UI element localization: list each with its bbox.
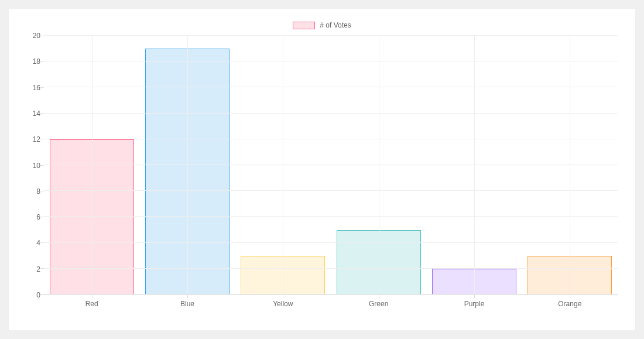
y-tick-label: 18 [33, 57, 40, 66]
y-tick-label: 16 [33, 84, 40, 92]
chart-container: # of Votes 02468101214161820 RedBlueYell… [9, 9, 635, 330]
legend-label: # of Votes [320, 21, 351, 29]
y-tick-label: 14 [33, 109, 40, 118]
x-tick-mark [283, 295, 283, 298]
gridline-horizontal [44, 216, 618, 217]
gridline-vertical [187, 36, 188, 295]
y-tick-mark [40, 36, 44, 36]
y-tick-label: 12 [33, 135, 40, 143]
gridline-horizontal [44, 165, 618, 165]
x-tick-mark [570, 295, 570, 298]
plot-area [44, 36, 618, 295]
bars-layer [44, 36, 618, 295]
plot-region: RedBlueYellowGreenPurpleOrange [44, 36, 618, 313]
x-tick-label: Blue [139, 300, 235, 308]
y-tick-mark [40, 165, 44, 166]
gridline-vertical [379, 36, 379, 295]
gridline-horizontal [44, 294, 618, 295]
x-tick-mark [187, 295, 188, 298]
y-tick-mark [40, 217, 44, 217]
gridline-horizontal [44, 190, 618, 191]
legend-item[interactable]: # of Votes [293, 21, 351, 29]
y-tick-label: 8 [36, 187, 40, 196]
y-tick-label: 2 [36, 265, 40, 273]
y-tick-label: 10 [33, 162, 40, 170]
plot-wrap: 02468101214161820 RedBlueYellowGreenPurp… [26, 36, 618, 313]
gridline-horizontal [44, 61, 618, 61]
chart-legend[interactable]: # of Votes [26, 19, 618, 31]
gridline-horizontal [44, 139, 618, 139]
legend-swatch [293, 22, 315, 29]
x-axis: RedBlueYellowGreenPurpleOrange [44, 295, 618, 313]
x-tick-label: Red [44, 300, 139, 308]
gridline-horizontal [44, 87, 618, 87]
y-tick-mark [40, 61, 44, 62]
y-tick-mark [40, 191, 44, 191]
y-tick-label: 6 [36, 213, 40, 221]
x-tick-label: Purple [426, 300, 522, 308]
gridline-vertical [570, 36, 570, 295]
gridline-vertical [283, 36, 283, 295]
x-tick-mark [92, 295, 93, 298]
gridline-vertical [92, 36, 93, 295]
gridline-horizontal [44, 113, 618, 114]
gridline-horizontal [44, 242, 618, 243]
gridline-horizontal [44, 35, 618, 36]
y-tick-label: 0 [36, 291, 40, 299]
y-tick-mark [40, 242, 44, 243]
y-tick-mark [40, 139, 44, 139]
y-tick-label: 4 [36, 239, 40, 247]
x-tick-mark [379, 295, 379, 298]
y-tick-mark [40, 295, 44, 295]
gridline-vertical [474, 36, 475, 295]
x-tick-label: Green [331, 300, 426, 308]
y-tick-mark [40, 113, 44, 114]
y-tick-label: 20 [33, 32, 40, 40]
y-axis: 02468101214161820 [26, 36, 44, 295]
x-tick-label: Yellow [235, 300, 331, 308]
y-tick-mark [40, 268, 44, 269]
x-tick-mark [474, 295, 475, 298]
y-tick-mark [40, 87, 44, 88]
x-tick-label: Orange [522, 300, 618, 308]
gridline-horizontal [44, 268, 618, 269]
